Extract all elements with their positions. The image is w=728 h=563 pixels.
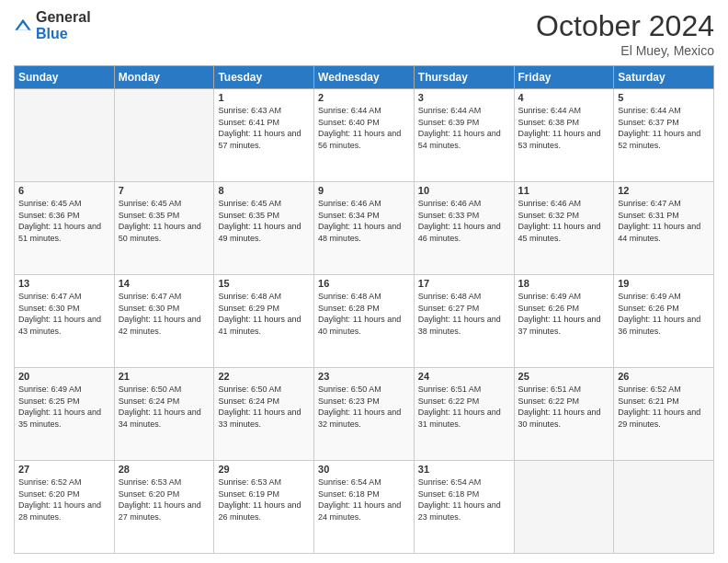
day-cell: 12Sunrise: 6:47 AMSunset: 6:31 PMDayligh…: [614, 182, 714, 275]
day-cell: 21Sunrise: 6:50 AMSunset: 6:24 PMDayligh…: [114, 368, 214, 461]
day-cell: 27Sunrise: 6:52 AMSunset: 6:20 PMDayligh…: [15, 461, 115, 554]
day-cell: 13Sunrise: 6:47 AMSunset: 6:30 PMDayligh…: [15, 275, 115, 368]
day-info: Sunrise: 6:50 AMSunset: 6:23 PMDaylight:…: [318, 384, 410, 430]
col-header-wednesday: Wednesday: [314, 66, 415, 89]
day-info: Sunrise: 6:48 AMSunset: 6:28 PMDaylight:…: [318, 291, 410, 337]
day-number: 1: [218, 92, 310, 103]
day-number: 5: [618, 92, 710, 103]
day-cell: 19Sunrise: 6:49 AMSunset: 6:26 PMDayligh…: [614, 275, 714, 368]
day-info: Sunrise: 6:54 AMSunset: 6:18 PMDaylight:…: [318, 477, 410, 523]
day-info: Sunrise: 6:44 AMSunset: 6:40 PMDaylight:…: [318, 105, 410, 151]
day-number: 4: [518, 92, 610, 103]
day-number: 7: [119, 185, 210, 196]
logo: General Blue: [14, 9, 91, 42]
day-number: 31: [418, 464, 510, 475]
day-info: Sunrise: 6:45 AMSunset: 6:36 PMDaylight:…: [18, 198, 110, 244]
day-cell: 3Sunrise: 6:44 AMSunset: 6:39 PMDaylight…: [414, 89, 514, 182]
day-number: 9: [318, 185, 410, 196]
day-info: Sunrise: 6:45 AMSunset: 6:35 PMDaylight:…: [218, 198, 310, 244]
week-row-4: 20Sunrise: 6:49 AMSunset: 6:25 PMDayligh…: [15, 368, 714, 461]
week-row-1: 1Sunrise: 6:43 AMSunset: 6:41 PMDaylight…: [15, 89, 714, 182]
day-cell: [114, 89, 214, 182]
day-cell: 11Sunrise: 6:46 AMSunset: 6:32 PMDayligh…: [514, 182, 614, 275]
day-number: 29: [218, 464, 310, 475]
day-number: 27: [18, 464, 110, 475]
day-info: Sunrise: 6:43 AMSunset: 6:41 PMDaylight:…: [218, 105, 310, 151]
day-info: Sunrise: 6:49 AMSunset: 6:26 PMDaylight:…: [618, 291, 710, 337]
day-number: 23: [318, 371, 410, 382]
day-cell: 9Sunrise: 6:46 AMSunset: 6:34 PMDaylight…: [314, 182, 415, 275]
day-cell: 23Sunrise: 6:50 AMSunset: 6:23 PMDayligh…: [314, 368, 415, 461]
day-number: 12: [618, 185, 710, 196]
col-header-monday: Monday: [114, 66, 214, 89]
day-number: 3: [418, 92, 510, 103]
day-info: Sunrise: 6:51 AMSunset: 6:22 PMDaylight:…: [418, 384, 510, 430]
day-info: Sunrise: 6:49 AMSunset: 6:25 PMDaylight:…: [18, 384, 110, 430]
day-number: 10: [418, 185, 510, 196]
logo-icon: [14, 17, 32, 35]
day-info: Sunrise: 6:48 AMSunset: 6:29 PMDaylight:…: [218, 291, 310, 337]
day-cell: 24Sunrise: 6:51 AMSunset: 6:22 PMDayligh…: [414, 368, 514, 461]
day-number: 24: [418, 371, 510, 382]
day-info: Sunrise: 6:53 AMSunset: 6:20 PMDaylight:…: [119, 477, 210, 523]
day-cell: 31Sunrise: 6:54 AMSunset: 6:18 PMDayligh…: [414, 461, 514, 554]
day-cell: 2Sunrise: 6:44 AMSunset: 6:40 PMDaylight…: [314, 89, 415, 182]
day-cell: 18Sunrise: 6:49 AMSunset: 6:26 PMDayligh…: [514, 275, 614, 368]
header: General Blue October 2024 El Muey, Mexic…: [14, 9, 714, 58]
day-cell: [514, 461, 614, 554]
day-info: Sunrise: 6:47 AMSunset: 6:30 PMDaylight:…: [119, 291, 210, 337]
day-cell: 6Sunrise: 6:45 AMSunset: 6:36 PMDaylight…: [15, 182, 115, 275]
day-number: 19: [618, 278, 710, 289]
day-info: Sunrise: 6:50 AMSunset: 6:24 PMDaylight:…: [119, 384, 210, 430]
day-info: Sunrise: 6:52 AMSunset: 6:21 PMDaylight:…: [618, 384, 710, 430]
day-cell: 22Sunrise: 6:50 AMSunset: 6:24 PMDayligh…: [214, 368, 314, 461]
day-info: Sunrise: 6:44 AMSunset: 6:38 PMDaylight:…: [518, 105, 610, 151]
day-cell: [15, 89, 115, 182]
day-number: 22: [218, 371, 310, 382]
day-cell: 26Sunrise: 6:52 AMSunset: 6:21 PMDayligh…: [614, 368, 714, 461]
day-info: Sunrise: 6:52 AMSunset: 6:20 PMDaylight:…: [18, 477, 110, 523]
day-info: Sunrise: 6:46 AMSunset: 6:32 PMDaylight:…: [518, 198, 610, 244]
day-cell: 16Sunrise: 6:48 AMSunset: 6:28 PMDayligh…: [314, 275, 415, 368]
day-cell: 25Sunrise: 6:51 AMSunset: 6:22 PMDayligh…: [514, 368, 614, 461]
location: El Muey, Mexico: [536, 43, 714, 58]
week-row-2: 6Sunrise: 6:45 AMSunset: 6:36 PMDaylight…: [15, 182, 714, 275]
day-cell: 28Sunrise: 6:53 AMSunset: 6:20 PMDayligh…: [114, 461, 214, 554]
day-cell: 5Sunrise: 6:44 AMSunset: 6:37 PMDaylight…: [614, 89, 714, 182]
day-number: 18: [518, 278, 610, 289]
day-info: Sunrise: 6:51 AMSunset: 6:22 PMDaylight:…: [518, 384, 610, 430]
col-header-friday: Friday: [514, 66, 614, 89]
day-cell: 30Sunrise: 6:54 AMSunset: 6:18 PMDayligh…: [314, 461, 415, 554]
calendar-header-row: SundayMondayTuesdayWednesdayThursdayFrid…: [15, 66, 714, 89]
day-cell: 7Sunrise: 6:45 AMSunset: 6:35 PMDaylight…: [114, 182, 214, 275]
day-number: 25: [518, 371, 610, 382]
day-number: 2: [318, 92, 410, 103]
day-info: Sunrise: 6:44 AMSunset: 6:39 PMDaylight:…: [418, 105, 510, 151]
title-block: October 2024 El Muey, Mexico: [536, 9, 714, 58]
day-number: 11: [518, 185, 610, 196]
day-info: Sunrise: 6:46 AMSunset: 6:33 PMDaylight:…: [418, 198, 510, 244]
day-info: Sunrise: 6:48 AMSunset: 6:27 PMDaylight:…: [418, 291, 510, 337]
day-number: 14: [119, 278, 210, 289]
day-cell: 17Sunrise: 6:48 AMSunset: 6:27 PMDayligh…: [414, 275, 514, 368]
col-header-sunday: Sunday: [15, 66, 115, 89]
day-number: 15: [218, 278, 310, 289]
day-info: Sunrise: 6:44 AMSunset: 6:37 PMDaylight:…: [618, 105, 710, 151]
col-header-tuesday: Tuesday: [214, 66, 314, 89]
week-row-5: 27Sunrise: 6:52 AMSunset: 6:20 PMDayligh…: [15, 461, 714, 554]
month-title: October 2024: [536, 9, 714, 43]
day-number: 8: [218, 185, 310, 196]
day-number: 16: [318, 278, 410, 289]
day-number: 13: [18, 278, 110, 289]
day-number: 26: [618, 371, 710, 382]
day-cell: 4Sunrise: 6:44 AMSunset: 6:38 PMDaylight…: [514, 89, 614, 182]
day-info: Sunrise: 6:53 AMSunset: 6:19 PMDaylight:…: [218, 477, 310, 523]
day-cell: [614, 461, 714, 554]
day-number: 6: [18, 185, 110, 196]
day-info: Sunrise: 6:46 AMSunset: 6:34 PMDaylight:…: [318, 198, 410, 244]
day-cell: 10Sunrise: 6:46 AMSunset: 6:33 PMDayligh…: [414, 182, 514, 275]
day-info: Sunrise: 6:50 AMSunset: 6:24 PMDaylight:…: [218, 384, 310, 430]
col-header-thursday: Thursday: [414, 66, 514, 89]
day-info: Sunrise: 6:49 AMSunset: 6:26 PMDaylight:…: [518, 291, 610, 337]
day-info: Sunrise: 6:47 AMSunset: 6:31 PMDaylight:…: [618, 198, 710, 244]
